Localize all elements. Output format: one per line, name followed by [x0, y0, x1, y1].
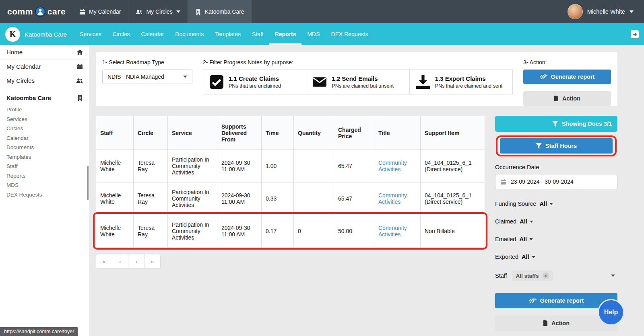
brand-text-right: care	[47, 7, 66, 16]
emailed-filter[interactable]: Emailed All	[495, 236, 617, 242]
col-header-charged-price: Charged Price	[334, 116, 374, 150]
staff-hours-section: Staff Hours	[495, 138, 617, 154]
table-row: Michelle White Teresa Ray Participation …	[96, 182, 485, 215]
cogs-icon	[540, 74, 547, 80]
org-nav-documents[interactable]: Documents	[169, 23, 209, 45]
roadmap-type-select[interactable]: NDIS - NDIA Managed	[102, 70, 192, 84]
document-icon	[543, 320, 548, 326]
katoomba-logo: K	[5, 27, 20, 42]
sidebar-item-my-circles[interactable]: My Circles	[0, 74, 89, 88]
home-icon	[77, 49, 83, 55]
roadmap-type-label: 1- Select Roadmap Type	[102, 57, 192, 66]
top-nav-katoomba-care[interactable]: Katoomba Care	[188, 0, 252, 23]
action-button[interactable]: Action	[523, 91, 611, 106]
remove-tag-icon[interactable]: ×	[543, 272, 549, 279]
filter-icon	[536, 143, 542, 149]
showing-docs-button[interactable]: Showing Docs 3/1	[495, 116, 617, 132]
launch-app-button[interactable]	[631, 30, 639, 38]
sidebar-item-my-calendar[interactable]: My Calendar	[0, 59, 89, 74]
top-nav-label: Katoomba Care	[205, 8, 244, 15]
chevron-down-icon	[611, 275, 615, 277]
sidebar-subitem-calendar[interactable]: Calendar	[0, 133, 89, 143]
org-nav-reports[interactable]: Reports	[269, 23, 302, 45]
roadmap-type-value: NDIS - NDIA Managed	[107, 74, 164, 80]
results-table-area: Staff Circle Service Supports Delivered …	[96, 116, 485, 268]
envelope-icon	[313, 75, 326, 89]
progress-note-title-link[interactable]: Community Activities	[378, 160, 407, 172]
col-header-quantity: Quantity	[294, 116, 334, 150]
chevron-down-icon	[630, 10, 634, 13]
table-header-row: Staff Circle Service Supports Delivered …	[96, 116, 485, 150]
purpose-create-claims[interactable]: 1.1 Create Claims PNs that are unclaimed	[203, 70, 306, 94]
main-area: 1- Select Roadmap Type NDIS - NDIA Manag…	[89, 45, 644, 336]
chevron-down-icon	[529, 238, 533, 240]
action-label: 3- Action:	[523, 57, 611, 66]
col-header-time: Time	[262, 116, 294, 150]
purpose-send-emails[interactable]: 1.2 Send Emails PNs are claimed but unse…	[306, 70, 409, 94]
top-nav-my-calendar[interactable]: My Calendar	[72, 0, 128, 23]
pagination-prev-button[interactable]: ‹	[112, 254, 128, 268]
org-nav-staff[interactable]: Staff	[246, 23, 269, 45]
building-icon	[77, 95, 83, 101]
staff-tag: All staffs ×	[512, 270, 553, 281]
org-nav-mds[interactable]: MDS	[301, 23, 325, 45]
sidebar-subitem-circles[interactable]: Circles	[0, 124, 89, 133]
report-body: Staff Circle Service Supports Delivered …	[96, 116, 617, 331]
progress-note-title-link[interactable]: Community Activities	[378, 192, 407, 205]
sidebar-subitem-profile[interactable]: Profile	[0, 105, 89, 115]
brand-text-left: comm	[7, 7, 33, 16]
col-header-staff: Staff	[96, 116, 134, 150]
exported-filter[interactable]: Exported All	[495, 254, 617, 260]
user-menu[interactable]: Michelle White	[568, 0, 644, 23]
claimed-filter[interactable]: Claimed All	[495, 218, 617, 225]
calendar-icon	[77, 64, 83, 70]
download-icon	[416, 75, 430, 89]
staff-multiselect[interactable]: Staff All staffs ×	[495, 270, 617, 281]
chevron-down-icon	[183, 76, 187, 78]
org-nav-calendar[interactable]: Calendar	[136, 23, 170, 45]
filter-panel: Showing Docs 3/1 Staff Hours Occurrence …	[495, 116, 617, 331]
help-button[interactable]: Help	[598, 299, 624, 326]
sidebar-scrollbar[interactable]	[87, 166, 89, 200]
building-icon	[195, 9, 201, 15]
pagination-first-button[interactable]: «	[96, 254, 112, 268]
sidebar-item-katoomba-care[interactable]: Katoomba Care	[0, 91, 89, 105]
funding-source-filter[interactable]: Funding Source All	[495, 201, 617, 207]
org-brand-label: Katoomba Care	[25, 31, 67, 38]
top-nav-my-circles[interactable]: My Circles	[128, 0, 187, 23]
link-preview-statusbar: https://sandpit.comm.care/foyer	[0, 327, 78, 336]
sidebar-subitem-reports[interactable]: Reports	[0, 171, 89, 181]
check-square-icon	[210, 75, 223, 89]
commcare-logo[interactable]: comm care	[0, 0, 72, 23]
sidebar-item-home[interactable]: Home	[0, 45, 89, 59]
purpose-export-claims[interactable]: 1.3 Export Claims PNs that are claimed a…	[409, 70, 512, 94]
top-nav: My Calendar My Circles Katoomba Care	[72, 0, 252, 23]
org-nav-circles[interactable]: Circles	[107, 23, 136, 45]
sidebar-subitem-services[interactable]: Services	[0, 115, 89, 124]
sidebar: Home My Calendar My Circles Katoomba Car…	[0, 45, 89, 336]
top-nav-label: My Circles	[146, 8, 172, 15]
org-brand[interactable]: K Katoomba Care	[0, 23, 74, 45]
staff-hours-button[interactable]: Staff Hours	[500, 138, 613, 154]
cogs-icon	[529, 297, 537, 304]
occurrence-date-value: 23-09-2024 - 30-09-2024	[511, 178, 574, 185]
sidebar-subitem-templates[interactable]: Templates	[0, 152, 89, 162]
org-nav-services[interactable]: Services	[74, 23, 107, 45]
progress-notes-table: Staff Circle Service Supports Delivered …	[96, 116, 485, 248]
pagination-last-button[interactable]: »	[144, 254, 161, 268]
purpose-filter-section: 2- Filter Progress Notes by purpose: 1.1…	[203, 57, 513, 100]
pagination-next-button[interactable]: ›	[128, 254, 144, 268]
sidebar-subitem-staff[interactable]: Staff	[0, 162, 89, 171]
sidebar-subitem-dex-requests[interactable]: DEX Requests	[0, 190, 89, 200]
report-filters-card: 1- Select Roadmap Type NDIS - NDIA Manag…	[96, 52, 617, 106]
generate-report-button[interactable]: Generate report	[523, 70, 611, 84]
org-nav-templates[interactable]: Templates	[209, 23, 246, 45]
pagination: « ‹ › »	[96, 254, 161, 268]
top-nav-label: My Calendar	[89, 8, 121, 15]
org-nav-dex-requests[interactable]: DEX Requests	[326, 23, 374, 45]
sidebar-subitem-documents[interactable]: Documents	[0, 143, 89, 152]
table-row: Michelle White Teresa Ray Participation …	[96, 150, 485, 182]
occurrence-date-input[interactable]: 23-09-2024 - 30-09-2024	[495, 174, 617, 189]
progress-note-title-link[interactable]: Community Activities	[378, 225, 407, 238]
sidebar-subitem-mds[interactable]: MDS	[0, 180, 89, 190]
